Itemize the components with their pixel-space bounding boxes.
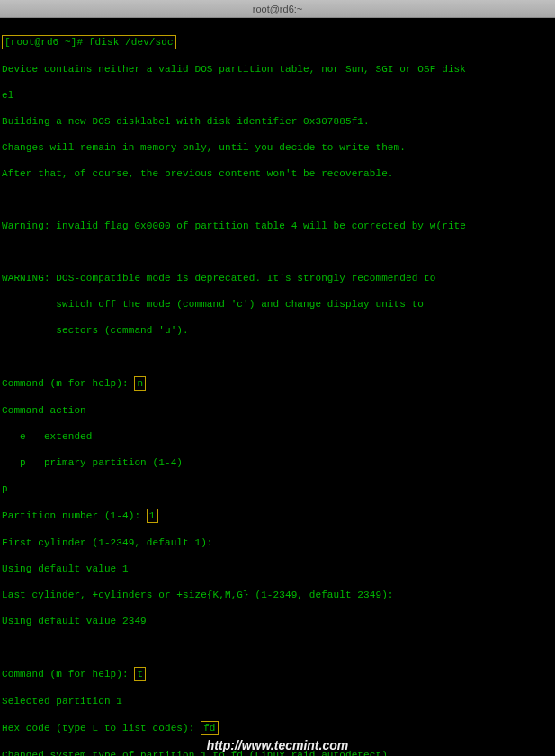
- output-line: switch off the mode (command 'c') and ch…: [2, 298, 553, 311]
- prompt: Command (m for help):: [2, 669, 134, 680]
- output-line: e extended: [2, 430, 553, 444]
- output-line: el: [2, 89, 553, 103]
- window-title: root@rd6:~: [253, 4, 303, 14]
- output-line: Warning: invalid flag 0x0000 of partitio…: [2, 220, 553, 233]
- output-line: Selected partition 1: [2, 695, 553, 708]
- watermark: http://www.tecmint.com: [0, 738, 555, 752]
- output-line: First cylinder (1-2349, default 1):: [2, 536, 553, 550]
- terminal-output[interactable]: [root@rd6 ~]# fdisk /dev/sdc Device cont…: [0, 18, 555, 756]
- output-line: Command action: [2, 404, 553, 418]
- command-fdisk: fdisk /dev/sdc: [89, 37, 174, 48]
- output-line: Changes will remain in memory only, unti…: [2, 141, 553, 155]
- prompt: [root@rd6 ~]: [4, 37, 76, 48]
- output-line: Using default value 1: [2, 562, 553, 576]
- window-titlebar: root@rd6:~: [0, 0, 555, 18]
- output-line: Last cylinder, +cylinders or +size{K,M,G…: [2, 589, 553, 602]
- input-n: n: [134, 376, 146, 392]
- output-line: Device contains neither a valid DOS part…: [2, 63, 553, 76]
- prompt: Command (m for help):: [2, 378, 134, 389]
- output-line: p: [2, 482, 553, 496]
- output-line: p primary partition (1-4): [2, 456, 553, 470]
- prompt: Partition number (1-4):: [2, 510, 147, 521]
- output-line: Building a new DOS disklabel with disk i…: [2, 115, 553, 129]
- input-t: t: [134, 667, 146, 682]
- input-fd: fd: [201, 721, 218, 736]
- input-1: 1: [147, 508, 158, 524]
- output-line: Using default value 2349: [2, 615, 553, 628]
- output-line: WARNING: DOS-compatible mode is deprecat…: [2, 272, 553, 285]
- prompt: Hex code (type L to list codes):: [2, 723, 201, 734]
- output-line: sectors (command 'u').: [2, 324, 553, 338]
- output-line: After that, of course, the previous cont…: [2, 167, 553, 181]
